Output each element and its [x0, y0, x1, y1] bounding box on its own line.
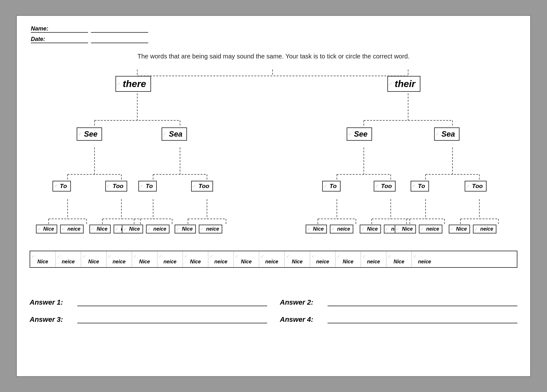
label-their: their	[394, 77, 420, 91]
check-their: ✓	[389, 81, 393, 87]
label-neice-8: neice	[480, 225, 496, 233]
date-field-row: Date:	[30, 36, 517, 43]
node-neice-3[interactable]: ✓ neice	[146, 225, 170, 233]
tree-lines-svg	[30, 66, 517, 282]
answer4-input[interactable]	[328, 316, 517, 323]
leaf-nice-4-cell[interactable]: ✓ Nice	[183, 251, 208, 267]
label-too-2: Too	[198, 181, 212, 191]
label-neice-3: neice	[153, 225, 169, 233]
leaf-nice-5-cell[interactable]: ✓ Nice	[234, 251, 259, 267]
node-to-4[interactable]: ✓ To	[411, 181, 429, 192]
label-to-1: To	[59, 181, 70, 191]
leaf-nice-6-cell[interactable]: ✓ Nice	[285, 251, 310, 267]
node-nice-8[interactable]: ✓ Nice	[449, 225, 470, 233]
label-neice-5: neice	[336, 225, 353, 233]
leaf-nice-3-cell[interactable]: ✓ Nice	[132, 251, 157, 267]
label-nice-7: Nice	[401, 225, 415, 233]
node-nice-4[interactable]: ✓ Nice	[175, 225, 196, 233]
label-nice-2: Nice	[96, 225, 110, 233]
node-see-2[interactable]: ✓ See	[347, 127, 372, 141]
node-to-1[interactable]: ✓ To	[52, 181, 71, 192]
leaf-neice-4-cell[interactable]: ✓ neice	[208, 251, 234, 267]
node-sea-2[interactable]: ✓ Sea	[434, 127, 460, 141]
node-neice-8[interactable]: ✓ neice	[473, 225, 496, 233]
node-nice-1[interactable]: ✓ Nice	[36, 225, 57, 233]
node-sea-1[interactable]: ✓ Sea	[162, 127, 187, 141]
node-too-3[interactable]: ✓ Too	[374, 181, 396, 192]
leaf-strip: ✓ Nice ✓ neice ✓ Nice ✓ neice ✓ Nice ✓ n…	[30, 251, 517, 268]
leaf-nice-7-cell[interactable]: ✓ Nice	[336, 251, 361, 267]
node-nice-2[interactable]: ✓ Nice	[89, 225, 111, 233]
tree-diagram: ✓ there ✓ their ✓ See ✓ Sea ✓ See ✓ Sea …	[30, 66, 517, 282]
leaf-neice-7-cell[interactable]: ✓ neice	[361, 251, 386, 267]
node-nice-7[interactable]: ✓ Nice	[395, 225, 416, 233]
node-neice-5[interactable]: ✓ neice	[330, 225, 353, 233]
leaf-neice-3-cell[interactable]: ✓ neice	[157, 251, 183, 267]
node-neice-4[interactable]: ✓ neice	[199, 225, 222, 233]
leaf-nice-8-cell[interactable]: ✓ Nice	[386, 251, 412, 267]
answer2-input[interactable]	[328, 299, 517, 306]
label-there: there	[122, 77, 150, 91]
label-too-4: Too	[471, 181, 486, 191]
node-nice-3[interactable]: ✓ Nice	[122, 225, 143, 233]
date-underline	[91, 36, 148, 43]
answer4-row: Answer 4:	[280, 315, 517, 324]
answer4-label: Answer 4:	[280, 315, 324, 324]
header-section: Name: Date:	[30, 25, 517, 43]
node-too-4[interactable]: ✓ Too	[465, 181, 487, 192]
instructions-text: The words that are being said may sound …	[30, 53, 517, 60]
node-to-2[interactable]: ✓ To	[138, 181, 157, 192]
leaf-neice-1-cell[interactable]: ✓ neice	[56, 251, 81, 267]
label-sea-2: Sea	[441, 128, 459, 140]
node-neice-1[interactable]: ✓ neice	[60, 225, 84, 233]
answer3-input[interactable]	[77, 316, 267, 323]
node-neice-7[interactable]: ✓ neice	[419, 225, 442, 233]
answers-col-left: Answer 1: Answer 3:	[30, 298, 267, 333]
label-nice-1: Nice	[43, 225, 57, 233]
label-to-3: To	[329, 181, 340, 191]
answer2-row: Answer 2:	[280, 298, 517, 307]
label-too-1: Too	[112, 181, 127, 191]
label-neice-4: neice	[205, 225, 222, 233]
leaf-neice-2-cell[interactable]: ✓ neice	[107, 251, 132, 267]
label-see-2: See	[353, 128, 371, 140]
label-see-1: See	[83, 128, 101, 140]
leaf-neice-5-cell[interactable]: ✓ neice	[259, 251, 285, 267]
node-too-2[interactable]: ✓ Too	[191, 181, 213, 192]
node-there[interactable]: ✓ there	[115, 76, 151, 92]
worksheet-page: Name: Date: The words that are being sai…	[16, 15, 531, 377]
label-nice-4: Nice	[181, 225, 195, 233]
node-nice-5[interactable]: ✓ Nice	[306, 225, 327, 233]
label-to-4: To	[417, 181, 428, 191]
check-there: ✓	[117, 81, 121, 87]
label-nice-3: Nice	[128, 225, 142, 233]
label-nice-6: Nice	[366, 225, 380, 233]
node-see-1[interactable]: ✓ See	[77, 127, 102, 141]
label-too-3: Too	[380, 181, 395, 191]
answer2-label: Answer 2:	[280, 298, 324, 307]
answers-col-right: Answer 2: Answer 4:	[280, 298, 517, 333]
leaf-nice-2-cell[interactable]: ✓ Nice	[81, 251, 107, 267]
answer3-row: Answer 3:	[30, 315, 267, 324]
answers-section: Answer 1: Answer 3: Answer 2: Answer 4:	[30, 298, 517, 333]
node-too-1[interactable]: ✓ Too	[105, 181, 127, 192]
node-nice-6[interactable]: ✓ Nice	[360, 225, 381, 233]
answer3-label: Answer 3:	[30, 315, 74, 324]
name-field-row: Name:	[30, 25, 517, 33]
label-sea-1: Sea	[168, 128, 186, 140]
leaf-nice-1-cell[interactable]: ✓ Nice	[30, 251, 56, 267]
name-label: Name:	[31, 25, 88, 33]
node-their[interactable]: ✓ their	[387, 76, 420, 92]
leaf-neice-8-cell[interactable]: ✓ neice	[412, 251, 437, 267]
answer1-label: Answer 1:	[30, 298, 74, 307]
answer1-input[interactable]	[77, 299, 267, 306]
name-underline	[91, 25, 148, 33]
label-nice-8: Nice	[455, 225, 469, 233]
node-to-3[interactable]: ✓ To	[322, 181, 341, 192]
label-neice-1: neice	[67, 225, 83, 233]
date-label: Date:	[31, 36, 88, 43]
label-to-2: To	[145, 181, 156, 191]
label-neice-7: neice	[426, 225, 442, 233]
leaf-neice-6-cell[interactable]: ✓ neice	[310, 251, 336, 267]
answer1-row: Answer 1:	[30, 298, 267, 307]
